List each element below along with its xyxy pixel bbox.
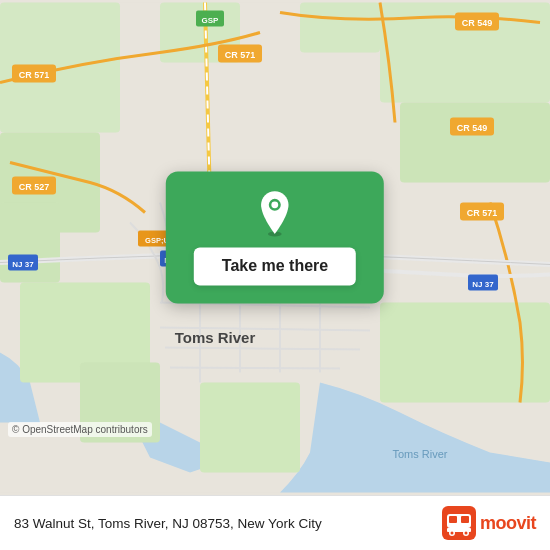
svg-rect-54 — [461, 516, 469, 523]
svg-text:Toms River: Toms River — [175, 329, 256, 346]
svg-rect-9 — [300, 3, 380, 53]
svg-point-57 — [450, 532, 453, 535]
svg-text:CR 571: CR 571 — [19, 70, 50, 80]
svg-text:NJ 37: NJ 37 — [12, 260, 34, 269]
svg-text:CR 549: CR 549 — [462, 18, 493, 28]
svg-rect-53 — [449, 516, 457, 523]
map-area: CR 571 CR 549 CR 549 GSP CR 527 CR 571 C… — [0, 0, 550, 495]
moovit-logo: moovit — [442, 506, 536, 540]
svg-point-59 — [464, 532, 467, 535]
app-container: CR 571 CR 549 CR 549 GSP CR 527 CR 571 C… — [0, 0, 550, 550]
location-pin-icon — [251, 189, 299, 237]
svg-rect-6 — [380, 303, 550, 403]
address-text: 83 Walnut St, Toms River, NJ 08753, New … — [14, 516, 442, 531]
osm-credit: © OpenStreetMap contributors — [8, 422, 152, 437]
svg-text:CR 549: CR 549 — [457, 123, 488, 133]
svg-text:CR 571: CR 571 — [225, 50, 256, 60]
moovit-bus-icon — [442, 506, 476, 540]
svg-text:Toms River: Toms River — [392, 448, 447, 460]
svg-text:CR 527: CR 527 — [19, 182, 50, 192]
svg-point-50 — [272, 201, 279, 208]
take-me-there-button[interactable]: Take me there — [194, 247, 356, 285]
svg-text:CR 571: CR 571 — [467, 208, 498, 218]
map-card: Take me there — [166, 171, 384, 303]
moovit-brand-text: moovit — [480, 513, 536, 534]
svg-line-21 — [170, 368, 340, 369]
svg-text:GSP: GSP — [202, 16, 220, 25]
svg-text:NJ 37: NJ 37 — [472, 280, 494, 289]
bottom-bar: 83 Walnut St, Toms River, NJ 08753, New … — [0, 495, 550, 550]
svg-rect-11 — [200, 383, 300, 473]
svg-rect-4 — [400, 103, 550, 183]
